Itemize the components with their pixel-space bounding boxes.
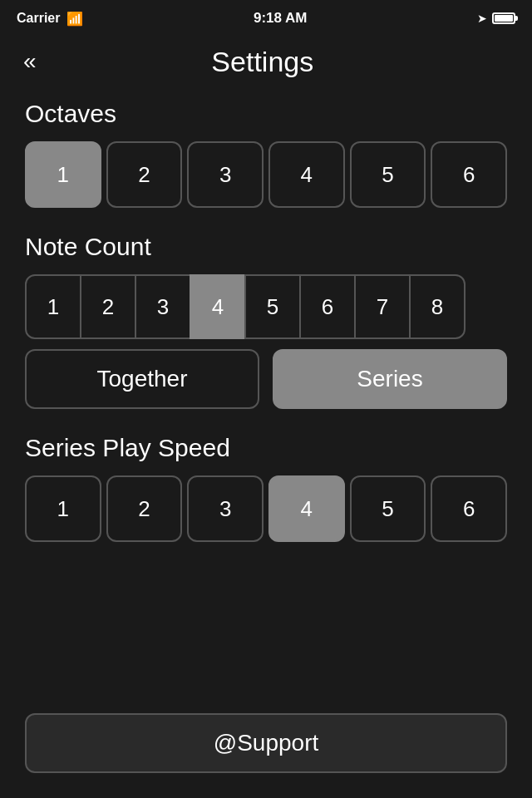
- octave-btn-3[interactable]: 3: [187, 141, 264, 208]
- note-count-btn-4[interactable]: 4: [190, 274, 246, 339]
- octave-btn-2[interactable]: 2: [106, 141, 183, 208]
- octaves-button-group: 1 2 3 4 5 6: [25, 141, 507, 208]
- speed-btn-6[interactable]: 6: [431, 475, 507, 542]
- play-mode-group: Together Series: [25, 349, 507, 409]
- back-button[interactable]: «: [17, 45, 43, 78]
- note-count-section: Note Count 1 2 3 4 5 6 7 8 Together Seri…: [25, 233, 507, 409]
- note-count-btn-5[interactable]: 5: [244, 274, 301, 339]
- note-count-btn-1[interactable]: 1: [25, 274, 81, 339]
- support-section: @Support: [25, 713, 507, 773]
- location-icon: ➤: [477, 12, 487, 25]
- wifi-icon: 📶: [66, 11, 83, 27]
- speed-btn-4[interactable]: 4: [268, 475, 345, 542]
- series-speed-button-group: 1 2 3 4 5 6: [25, 475, 507, 542]
- note-count-btn-7[interactable]: 7: [354, 274, 411, 339]
- status-bar: Carrier 📶 9:18 AM ➤: [0, 0, 532, 37]
- note-count-btn-6[interactable]: 6: [299, 274, 356, 339]
- octave-btn-6[interactable]: 6: [431, 141, 507, 208]
- octave-btn-4[interactable]: 4: [268, 141, 345, 208]
- together-button[interactable]: Together: [25, 349, 259, 409]
- note-count-btn-8[interactable]: 8: [409, 274, 466, 339]
- series-play-speed-label: Series Play Speed: [25, 434, 507, 462]
- octaves-label: Octaves: [25, 100, 507, 128]
- settings-content: Octaves 1 2 3 4 5 6 Note Count 1 2 3 4 5…: [0, 91, 532, 575]
- octave-btn-5[interactable]: 5: [350, 141, 426, 208]
- speed-btn-3[interactable]: 3: [187, 475, 264, 542]
- note-count-btn-3[interactable]: 3: [135, 274, 191, 339]
- series-button[interactable]: Series: [273, 349, 507, 409]
- page-title: Settings: [52, 46, 474, 78]
- octave-btn-1[interactable]: 1: [25, 141, 101, 208]
- speed-btn-1[interactable]: 1: [25, 475, 101, 542]
- series-play-speed-section: Series Play Speed 1 2 3 4 5 6: [25, 434, 507, 542]
- carrier-label: Carrier: [17, 11, 60, 26]
- speed-btn-5[interactable]: 5: [350, 475, 426, 542]
- note-count-btn-2[interactable]: 2: [80, 274, 136, 339]
- note-count-button-group: 1 2 3 4 5 6 7 8: [25, 274, 507, 339]
- note-count-label: Note Count: [25, 233, 507, 261]
- status-right: ➤: [477, 12, 515, 25]
- status-time: 9:18 AM: [254, 10, 308, 27]
- status-left: Carrier 📶: [17, 11, 83, 27]
- support-button[interactable]: @Support: [25, 713, 507, 773]
- battery-icon: [492, 12, 515, 24]
- speed-btn-2[interactable]: 2: [106, 475, 183, 542]
- header: « Settings: [0, 37, 532, 91]
- octaves-section: Octaves 1 2 3 4 5 6: [25, 100, 507, 208]
